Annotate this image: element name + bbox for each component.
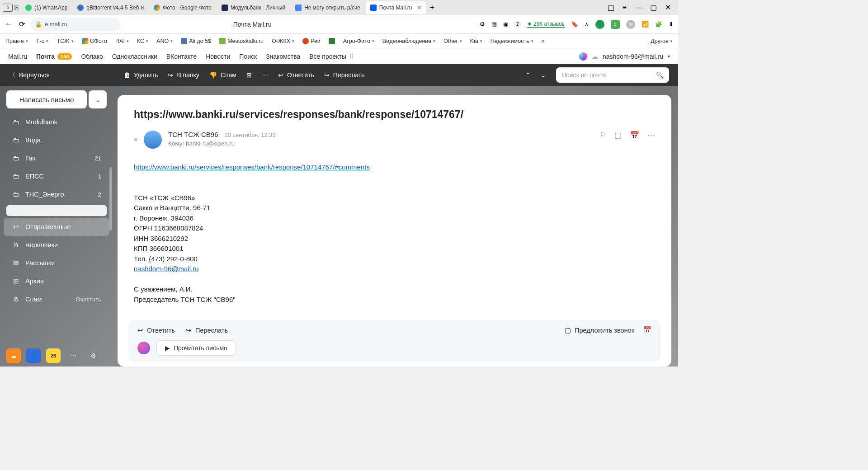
folder-archive[interactable]: ⊞Архив xyxy=(4,272,109,290)
quick-forward-button[interactable]: ↪Переслать xyxy=(186,327,228,334)
ext-translate-icon[interactable]: ⚙ xyxy=(480,21,485,28)
bookmark-item[interactable]: Ali до 5$ xyxy=(181,38,211,44)
bookmark-item[interactable]: Прав-е▾ xyxy=(5,38,28,44)
calendar-button[interactable]: 26 xyxy=(46,348,61,363)
bookmark-item[interactable]: Kia▾ xyxy=(470,38,482,44)
sender-avatar[interactable] xyxy=(144,131,162,149)
nav-mail[interactable]: Почта150 xyxy=(36,53,72,60)
folder-modulbank[interactable]: 🗀Modulbank xyxy=(4,113,109,131)
calendar-button[interactable]: 📅 xyxy=(643,326,651,334)
theme-icon[interactable] xyxy=(579,52,587,61)
bookmark-item[interactable]: КС▾ xyxy=(137,38,148,44)
folder-newsletters[interactable]: ✉Рассылки xyxy=(4,254,109,272)
ext-m-icon[interactable]: M xyxy=(626,20,635,29)
bookmark-item[interactable]: ANO▾ xyxy=(156,38,173,44)
bookmark-item[interactable]: Mestoskidki.ru xyxy=(219,38,264,44)
nav-mailru[interactable]: Mail.ru xyxy=(8,53,27,60)
folder-voda[interactable]: 🗀Вода xyxy=(4,131,109,149)
new-group-icon[interactable]: ⎘ xyxy=(14,4,19,12)
bookmark-item[interactable] xyxy=(329,38,335,44)
ext-1-icon[interactable]: ⋏ xyxy=(585,21,589,28)
address-bar[interactable]: 🔒 e.mail.ru xyxy=(30,18,121,31)
bookmark-item[interactable]: Видеонаблюдение▾ xyxy=(382,38,435,44)
tab-whatsapp[interactable]: (1) WhatsApp xyxy=(21,1,72,14)
bookmark-item[interactable]: Т-о▾ xyxy=(36,38,49,44)
back-button[interactable]: 〈Вернуться xyxy=(9,71,50,79)
nav-news[interactable]: Новости xyxy=(206,53,230,60)
sig-email-link[interactable]: nashdom-96@mail.ru xyxy=(134,265,199,273)
reviews-link[interactable]: ★ 29К отзывов xyxy=(527,21,565,28)
library-icon[interactable]: ◫ xyxy=(608,3,614,12)
close-icon[interactable]: ✕ xyxy=(417,5,421,11)
ext-puzzle-icon[interactable]: 🧩 xyxy=(655,21,662,28)
maximize-icon[interactable]: ▢ xyxy=(650,3,657,12)
more-icon[interactable]: ⋯ xyxy=(647,131,655,140)
nav-cloud[interactable]: Облако xyxy=(81,53,103,60)
folder-drafts[interactable]: 🗎Черновики xyxy=(4,236,109,254)
suggest-call-button[interactable]: ▢Предложить звонок xyxy=(565,326,634,334)
bookmark-item[interactable]: GФото xyxy=(82,38,107,44)
folder-spam[interactable]: ⊘СпамОчистить xyxy=(4,290,109,308)
search-input[interactable]: Поиск по почте 🔍 xyxy=(556,67,669,83)
ext-wifi-icon[interactable]: 📶 xyxy=(642,21,649,28)
folder-tns[interactable]: 🗀ТНС_Энерго2 xyxy=(4,185,109,203)
sidebar-scrollbar[interactable] xyxy=(109,113,112,249)
more-apps-button[interactable]: ⋯ xyxy=(66,348,80,363)
archive-button[interactable]: ⊞ xyxy=(246,71,252,79)
quick-reply-button[interactable]: ↩Ответить xyxy=(137,327,175,334)
bookmark-item[interactable]: Агро-Фито▾ xyxy=(343,38,374,44)
body-link[interactable]: https://www.banki.ru/services/responses/… xyxy=(134,163,370,171)
minimize-icon[interactable]: — xyxy=(635,3,642,12)
bookmark-item[interactable]: ТСЖ▾ xyxy=(57,38,73,44)
tab-google-photos[interactable]: Фото - Google Фото xyxy=(149,1,216,14)
bookmark-item[interactable]: RAI▾ xyxy=(115,38,129,44)
settings-button[interactable]: ⚙ xyxy=(86,348,100,363)
read-aloud-button[interactable]: ▶Прочитать письмо xyxy=(156,340,236,356)
folder-sent[interactable]: ↩Отправленные xyxy=(4,218,109,236)
tab-mailru[interactable]: Почта Mail.ru✕ xyxy=(366,1,426,14)
contacts-button[interactable]: 👤 xyxy=(26,348,41,363)
cloud-icon[interactable]: ☁ xyxy=(592,53,598,60)
new-tab-button[interactable]: ＋ xyxy=(427,2,438,13)
nav-all[interactable]: Все проекты ⠿ xyxy=(309,53,354,60)
ext-badge-icon[interactable]: 2 xyxy=(514,21,521,27)
folder-epss[interactable]: 🗀ЕПСС1 xyxy=(4,167,109,185)
menu-icon[interactable]: ≡ xyxy=(623,3,627,12)
forward-button[interactable]: ↪Переслать xyxy=(324,71,365,79)
bookmark-icon[interactable]: 🔖 xyxy=(571,21,578,28)
compose-dropdown[interactable]: ⌄ xyxy=(89,90,107,108)
flag-icon[interactable]: ⚐ xyxy=(599,131,606,140)
nav-vk[interactable]: ВКонтакте xyxy=(166,53,197,60)
close-window-icon[interactable]: ✕ xyxy=(665,3,671,12)
bookmarks-other[interactable]: Другое▾ xyxy=(651,38,673,44)
reload-icon[interactable]: ⟳ xyxy=(19,19,25,29)
ext-2-icon[interactable] xyxy=(595,20,604,29)
move-button[interactable]: ↪В папку xyxy=(168,71,199,79)
ext-shield-icon[interactable]: ◉ xyxy=(503,21,508,28)
nav-dating[interactable]: Знакомства xyxy=(266,53,300,60)
compose-button[interactable]: Написать письмо xyxy=(6,90,87,108)
prev-mail-button[interactable]: ⌃ xyxy=(525,71,531,79)
ext-grid-icon[interactable]: ▦ xyxy=(491,21,497,28)
tab-qbittorrent[interactable]: qBittorrent v4.4.5 Веб-и xyxy=(73,1,148,14)
bookmark-item[interactable]: Недвижимость▾ xyxy=(491,38,533,44)
chevron-down-icon[interactable]: ▾ xyxy=(668,54,670,59)
bookmark-item[interactable]: Other▾ xyxy=(443,38,462,44)
back-icon[interactable]: ← xyxy=(5,19,13,29)
video-icon[interactable]: ▢ xyxy=(614,131,622,140)
bookmarks-overflow[interactable]: » xyxy=(542,38,545,44)
nav-search[interactable]: Поиск xyxy=(239,53,257,60)
bookmark-item[interactable]: Рей xyxy=(302,38,321,44)
user-email[interactable]: nashdom-96@mail.ru xyxy=(603,53,663,60)
cloud-button[interactable]: ☁ xyxy=(6,348,21,363)
sender-name[interactable]: ТСН ТСЖ СВ96 xyxy=(168,131,218,138)
clear-spam-link[interactable]: Очистить xyxy=(75,296,101,303)
folder-blank[interactable] xyxy=(6,205,107,216)
tab-modulbank[interactable]: Модульбанк - Личный xyxy=(217,1,290,14)
download-icon[interactable]: ⬇ xyxy=(669,21,674,28)
spam-button[interactable]: 👎Спам xyxy=(209,71,236,79)
reply-button[interactable]: ↩Ответить xyxy=(278,71,314,79)
ext-3-icon[interactable]: 3 xyxy=(611,20,620,29)
nav-ok[interactable]: Одноклассники xyxy=(112,53,157,60)
bookmark-item[interactable]: О-ЖКХ▾ xyxy=(272,38,294,44)
